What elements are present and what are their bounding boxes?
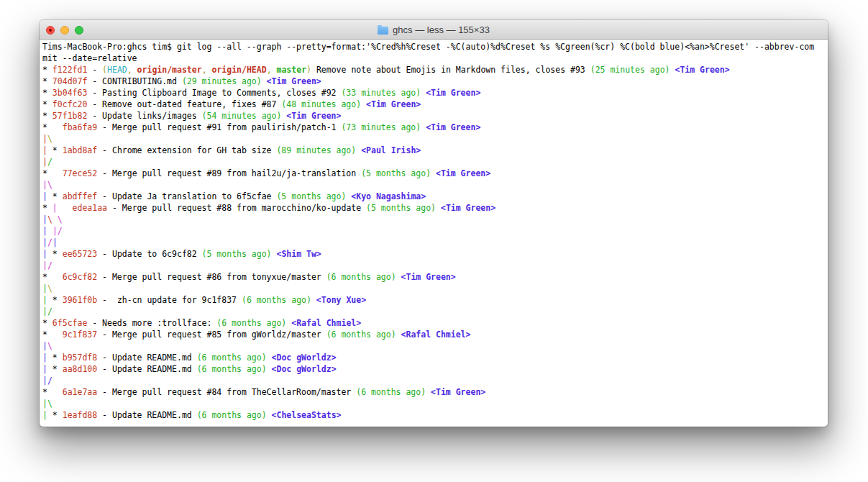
terminal-line: | |/ [42, 225, 828, 237]
minimize-button[interactable] [60, 26, 69, 35]
terminal-line: | * 1abd8af - Chrome extension for GH ta… [42, 145, 828, 156]
traffic-lights [46, 26, 83, 35]
terminal-line: |\ \ [42, 214, 828, 225]
terminal-line: | * b957df8 - Update README.md (6 months… [42, 352, 828, 363]
terminal-line: * 77ece52 - Merge pull request #89 from … [42, 168, 828, 179]
folder-icon [378, 27, 388, 35]
terminal-line: | * 1eafd88 - Update README.md (6 months… [42, 409, 828, 421]
terminal-line: * 704d07f - CONTRIBUTING.md (29 minutes … [42, 76, 828, 87]
terminal-line: |/ [42, 306, 828, 317]
close-button[interactable] [46, 26, 55, 35]
terminal-line: |/| [42, 237, 828, 248]
terminal-line: |/ [42, 156, 828, 168]
terminal-line: Tims-MacBook-Pro:ghcs tim$ git log --all… [42, 41, 828, 53]
terminal-line: * 3b04f63 - Pasting Clipboard Image to C… [42, 87, 828, 99]
terminal-line: * 9c1f837 - Merge pull request #85 from … [42, 329, 828, 340]
terminal-line: | * ee65723 - Update to 6c9cf82 (5 month… [42, 248, 828, 260]
terminal-line: |/ [42, 375, 828, 386]
terminal-line: * fba6fa9 - Merge pull request #91 from … [42, 122, 828, 133]
terminal-line: | * aa8d100 - Update README.md (6 months… [42, 363, 828, 375]
terminal-line: | * abdffef - Update Ja translation to 6… [42, 191, 828, 202]
terminal-line: mit --date=relative [42, 53, 828, 64]
terminal-line: * 6f5cfae - Needs more :trollface: (6 mo… [42, 317, 828, 329]
terminal-line: |/ [42, 260, 828, 271]
zoom-button[interactable] [75, 26, 83, 35]
terminal-line: |\ [42, 340, 828, 352]
window-title: ghcs — less — 155×33 [393, 24, 490, 35]
terminal-line: * | edea1aa - Merge pull request #88 fro… [42, 202, 828, 214]
window-title-group: ghcs — less — 155×33 [378, 24, 490, 35]
terminal-line: |\ [42, 133, 828, 145]
terminal-line: |\ [42, 283, 828, 294]
terminal-output[interactable]: Tims-MacBook-Pro:ghcs tim$ git log --all… [40, 40, 828, 421]
terminal-line: * 57f1b82 - Update links/images (54 minu… [42, 110, 828, 122]
terminal-line: | * 3961f0b - zh-cn update for 9c1f837 (… [42, 294, 828, 306]
terminal-window: ghcs — less — 155×33 Tims-MacBook-Pro:gh… [40, 20, 828, 427]
terminal-line: |\ [42, 179, 828, 191]
terminal-line: * 6a1e7aa - Merge pull request #84 from … [42, 386, 828, 398]
terminal-line: * f0cfc20 - Remove out-dated feature, fi… [42, 99, 828, 110]
terminal-line: * 6c9cf82 - Merge pull request #86 from … [42, 271, 828, 283]
title-bar[interactable]: ghcs — less — 155×33 [40, 20, 828, 40]
terminal-line: |\ [42, 398, 828, 409]
terminal-line: * f122fd1 - (HEAD, origin/master, origin… [42, 64, 828, 76]
